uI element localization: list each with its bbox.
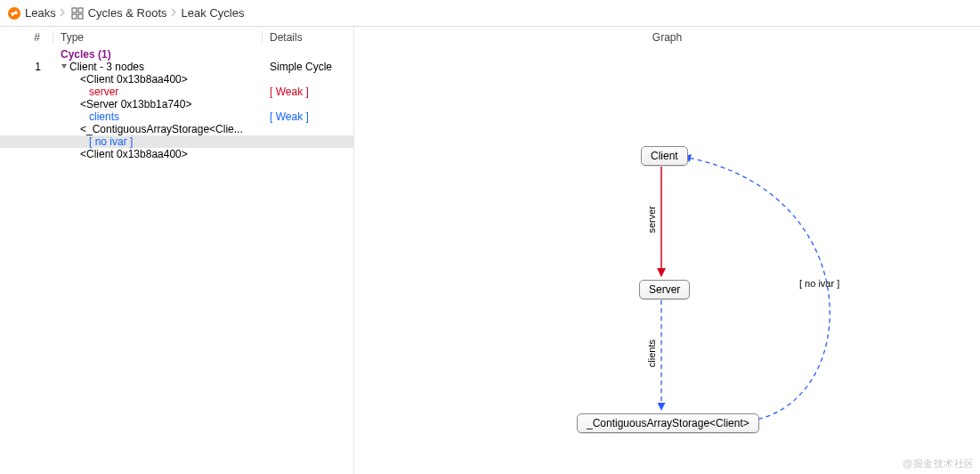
cycles-roots-icon [70, 6, 85, 20]
row-number: 1 [0, 61, 53, 73]
row-type-text: clients [53, 110, 263, 123]
list-row-selected[interactable]: [ no ivar ] [0, 135, 353, 148]
graph-pane: Graph Client Server [354, 27, 980, 474]
row-details-text: Simple Cycle [263, 61, 353, 73]
column-header-type[interactable]: Type [53, 31, 263, 44]
section-title: Cycles (1) [53, 48, 263, 61]
chevron-right-icon [171, 6, 178, 20]
cycles-list: Cycles (1) 1 Client - 3 nodes Simple Cyc… [0, 48, 353, 474]
row-details-text: [ Weak ] [263, 86, 353, 98]
list-section-header: Cycles (1) [0, 48, 353, 61]
breadcrumb-toolbar: Leaks Cycles & Roots Leak Cycles [0, 0, 980, 27]
row-type-text: <Client 0x13b8aa400> [53, 73, 263, 86]
svg-rect-3 [72, 8, 77, 12]
row-type-text: [ no ivar ] [53, 135, 263, 148]
list-row[interactable]: <Server 0x13bb1a740> [0, 98, 353, 110]
column-header-number[interactable]: # [0, 31, 53, 44]
row-type-text: Client - 3 nodes [69, 61, 144, 73]
row-type-text: <Client 0x13b8aa400> [53, 148, 263, 160]
list-row[interactable]: <Client 0x13b8aa400> [0, 73, 353, 86]
svg-rect-5 [72, 14, 77, 19]
graph-node-storage[interactable]: _ContiguousArrayStorage<Client> [577, 413, 759, 433]
row-type-text: <Server 0x13bb1a740> [53, 98, 263, 110]
list-row-client[interactable]: 1 Client - 3 nodes Simple Cycle [0, 61, 353, 73]
cycles-list-pane: # Type Details Cycles (1) 1 Client - 3 n… [0, 27, 354, 474]
watermark: @掘金技术社区 [903, 457, 975, 470]
edge-label-noivar: [ no ivar ] [799, 278, 839, 289]
column-header-details[interactable]: Details [263, 31, 353, 44]
breadcrumb-leak-cycles[interactable]: Leak Cycles [182, 6, 245, 20]
disclosure-triangle-icon[interactable] [61, 61, 69, 73]
leaks-icon [7, 6, 21, 20]
svg-rect-6 [78, 14, 83, 19]
breadcrumb-leaks[interactable]: Leaks [25, 6, 56, 20]
list-header-row: # Type Details [0, 27, 353, 48]
breadcrumb-cycles-roots[interactable]: Cycles & Roots [88, 6, 167, 20]
list-row[interactable]: <_ContiguousArrayStorage<Clie... [0, 123, 353, 135]
graph-edges [354, 48, 980, 474]
chevron-right-icon [60, 6, 67, 20]
svg-rect-4 [78, 8, 83, 12]
graph-node-client[interactable]: Client [641, 146, 688, 166]
graph-node-server[interactable]: Server [639, 280, 690, 299]
edge-label-clients: clients [646, 339, 657, 367]
row-details-text: [ Weak ] [263, 110, 353, 123]
graph-canvas[interactable]: Client Server _ContiguousArrayStorage<Cl… [354, 48, 980, 474]
row-type-text: server [53, 86, 263, 98]
row-type-text: <_ContiguousArrayStorage<Clie... [53, 123, 263, 135]
column-header-graph: Graph [354, 27, 980, 48]
edge-label-server: server [646, 206, 657, 233]
list-row[interactable]: <Client 0x13b8aa400> [0, 148, 353, 160]
list-row[interactable]: clients [ Weak ] [0, 110, 353, 123]
list-row[interactable]: server [ Weak ] [0, 86, 353, 98]
